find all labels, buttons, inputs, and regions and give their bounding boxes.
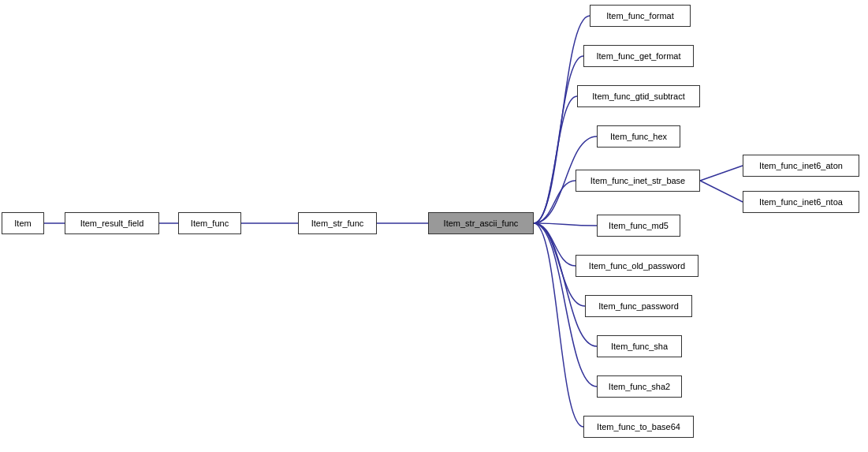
node-item-result-field[interactable]: Item_result_field: [65, 212, 159, 234]
node-item-str-ascii-func[interactable]: Item_str_ascii_func: [428, 212, 534, 234]
node-item[interactable]: Item: [2, 212, 44, 234]
node-item-func-sha[interactable]: Item_func_sha: [597, 335, 682, 357]
node-item-str-func[interactable]: Item_str_func: [298, 212, 377, 234]
node-item-func-inet6-ntoa[interactable]: Item_func_inet6_ntoa: [743, 191, 859, 213]
node-item-func-old-password[interactable]: Item_func_old_password: [576, 255, 698, 277]
node-item-func-to-base64[interactable]: Item_func_to_base64: [583, 416, 694, 438]
node-item-func-password[interactable]: Item_func_password: [585, 295, 692, 317]
node-item-func-get-format[interactable]: Item_func_get_format: [583, 45, 694, 67]
node-item-func-format[interactable]: Item_func_format: [590, 5, 691, 27]
node-item-func-gtid-subtract[interactable]: Item_func_gtid_subtract: [577, 85, 700, 107]
node-item-func[interactable]: Item_func: [178, 212, 241, 234]
node-item-func-inet6-aton[interactable]: Item_func_inet6_aton: [743, 155, 859, 177]
node-item-func-inet-str-base[interactable]: Item_func_inet_str_base: [576, 170, 700, 192]
node-item-func-sha2[interactable]: Item_func_sha2: [597, 375, 682, 398]
node-item-func-hex[interactable]: Item_func_hex: [597, 125, 680, 148]
node-item-func-md5[interactable]: Item_func_md5: [597, 215, 680, 237]
diagram-container: ItemItem_result_fieldItem_funcItem_str_f…: [0, 0, 868, 452]
